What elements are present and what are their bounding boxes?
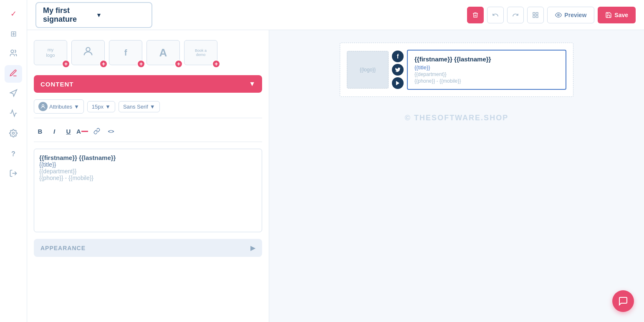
sidebar-item-gear[interactable] — [5, 125, 22, 143]
text-editor[interactable]: {{firstname}} {{lastname}} {{title}} {{d… — [34, 149, 262, 232]
check-icon: ✓ — [10, 9, 17, 18]
add-avatar-btn[interactable]: + — [99, 60, 108, 68]
appearance-section-label: APPEARANCE — [40, 245, 86, 251]
help-icon: ? — [11, 150, 15, 158]
gear-icon — [9, 129, 18, 139]
svg-point-9 — [42, 104, 44, 106]
sidebar-item-grid[interactable]: ⊞ — [5, 25, 22, 43]
appearance-chevron-icon: ▶ — [250, 244, 255, 252]
sidebar-item-check[interactable]: ✓ — [5, 5, 22, 23]
template-booking[interactable]: Book ademo + — [184, 40, 217, 65]
svg-rect-5 — [536, 15, 538, 18]
font-size-select[interactable]: 15px ▼ — [87, 101, 115, 112]
font-family-chevron-icon: ▼ — [150, 104, 155, 110]
content-section-label: CONTENT — [40, 81, 74, 88]
save-label: Save — [614, 12, 628, 18]
signature-social-icons: f — [392, 51, 404, 89]
svg-point-8 — [86, 48, 90, 51]
underline-button[interactable]: U — [62, 125, 75, 137]
appearance-section-header[interactable]: APPEARANCE ▶ — [34, 239, 262, 257]
redo-button[interactable] — [507, 7, 524, 23]
template-logo[interactable]: mylogo + — [34, 40, 67, 65]
attributes-label: Attributes — [49, 104, 72, 110]
twitter-icon[interactable] — [392, 64, 404, 76]
sidebar-item-help[interactable]: ? — [5, 145, 22, 163]
youtube-icon[interactable] — [392, 77, 404, 89]
signature-text-area: {{firstname}} {{lastname}} {{title}} {{d… — [407, 50, 566, 90]
sidebar-item-pen[interactable] — [5, 65, 22, 83]
bold-button[interactable]: B — [34, 125, 46, 137]
template-social[interactable]: f + — [109, 40, 142, 65]
svg-marker-10 — [396, 81, 399, 86]
signature-logo-placeholder: {{logo}} — [347, 51, 389, 89]
signature-selector[interactable]: My first signature ▼ — [35, 2, 152, 28]
editor-line-dept: {{department}} — [39, 168, 257, 175]
content-section-header[interactable]: CONTENT ▼ — [34, 75, 262, 93]
template-icons-row: mylogo + + f + A + Book — [34, 37, 262, 68]
topbar: My first signature ▼ Preview Save — [27, 0, 644, 30]
sidebar-item-megaphone[interactable] — [5, 85, 22, 103]
content-area: mylogo + + f + A + Book — [27, 30, 644, 322]
template-text[interactable]: A + — [146, 40, 180, 65]
preview-name: {{firstname}} {{lastname}} — [414, 56, 559, 63]
color-button[interactable]: A — [76, 125, 89, 137]
users-icon — [9, 49, 18, 59]
italic-button[interactable]: I — [48, 125, 61, 137]
megaphone-icon — [9, 89, 18, 99]
svg-point-0 — [11, 50, 14, 53]
svg-point-1 — [13, 132, 15, 134]
preview-button[interactable]: Preview — [547, 7, 594, 23]
sidebar: ✓ ⊞ ? — [0, 0, 27, 322]
add-logo-btn[interactable]: + — [62, 60, 70, 68]
add-text-btn[interactable]: + — [174, 60, 183, 68]
layout-button[interactable] — [527, 7, 544, 23]
preview-title: {{title}} — [414, 64, 559, 71]
chart-icon — [9, 109, 18, 119]
topbar-actions: Preview Save — [467, 7, 636, 23]
preview-label: Preview — [564, 12, 586, 18]
sidebar-item-chart[interactable] — [5, 105, 22, 123]
attributes-avatar-icon — [38, 102, 48, 111]
editor-line-name: {{firstname}} {{lastname}} — [39, 154, 257, 161]
attributes-select[interactable]: Attributes ▼ — [34, 99, 84, 114]
add-booking-btn[interactable]: + — [212, 60, 220, 68]
font-size-chevron-icon: ▼ — [105, 104, 111, 110]
editor-toolbar: Attributes ▼ 15px ▼ Sans Serif ▼ — [34, 99, 262, 118]
svg-rect-6 — [533, 15, 535, 18]
content-section-chevron-icon: ▼ — [249, 80, 255, 88]
social-template-icon: f — [124, 48, 127, 58]
add-social-btn[interactable]: + — [137, 60, 145, 68]
sidebar-item-users[interactable] — [5, 45, 22, 63]
format-toolbar: B I U A <> — [34, 125, 262, 142]
svg-rect-4 — [536, 13, 538, 15]
logo-template-icon: mylogo — [46, 47, 55, 58]
font-family-select[interactable]: Sans Serif ▼ — [119, 101, 160, 112]
editor-line-title: {{title}} — [39, 161, 257, 168]
booking-template-icon: Book ademo — [195, 48, 207, 57]
font-family-value: Sans Serif — [123, 104, 148, 110]
pen-icon — [9, 69, 18, 79]
main-content: My first signature ▼ Preview Save — [27, 0, 644, 322]
chat-button[interactable] — [612, 290, 634, 312]
preview-phone: {{phone}} - {{mobile}} — [414, 78, 559, 84]
logout-icon — [9, 169, 18, 180]
undo-button[interactable] — [487, 7, 504, 23]
code-button[interactable]: <> — [105, 125, 117, 137]
attributes-chevron-icon: ▼ — [74, 104, 79, 110]
link-button[interactable] — [91, 125, 103, 137]
sidebar-item-logout[interactable] — [5, 165, 22, 183]
left-panel: mylogo + + f + A + Book — [27, 30, 269, 322]
text-template-icon: A — [159, 46, 167, 59]
save-button[interactable]: Save — [598, 7, 636, 23]
svg-point-7 — [558, 14, 559, 16]
font-size-value: 15px — [92, 104, 104, 110]
logo-placeholder-text: {{logo}} — [360, 67, 376, 73]
delete-button[interactable] — [467, 7, 484, 23]
preview-area: {{logo}} f {{firstname}} {{lastname}} {{ — [269, 30, 644, 322]
chevron-down-icon: ▼ — [96, 12, 145, 18]
signature-preview-card: {{logo}} f {{firstname}} {{lastname}} {{ — [340, 43, 573, 97]
svg-rect-3 — [533, 13, 535, 15]
template-avatar[interactable]: + — [71, 40, 105, 65]
grid-icon: ⊞ — [10, 29, 17, 38]
facebook-icon[interactable]: f — [392, 51, 404, 62]
